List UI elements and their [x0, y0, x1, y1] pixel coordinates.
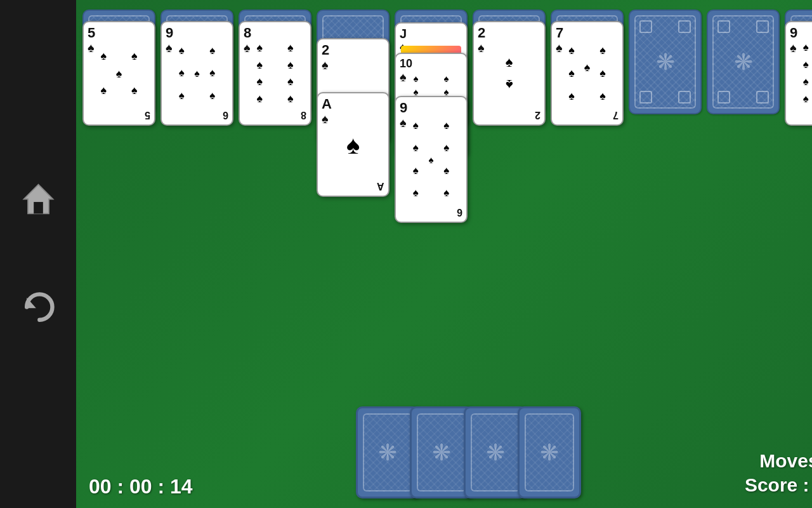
column-9[interactable]: ❋: [707, 10, 780, 127]
undo-icon: [21, 290, 56, 327]
score-label: Score :: [745, 474, 809, 495]
card-2-spades-col6[interactable]: 2 ♠ ♠ ♠ 2: [473, 21, 546, 126]
card-8-spades[interactable]: 8 ♠ ♠♠ ♠♠ ♠♠ ♠♠ 8: [239, 21, 311, 126]
game-area: ❋ 5 ♠ ♠♠ ♠♠ ♠ 5 ❋ 9 ♠: [76, 0, 812, 508]
card-9-spades-col2[interactable]: 9 ♠ ♠♠ ♠♠ ♠♠ ♠ 6: [160, 21, 233, 126]
timer-value: 00 : 00 : 14: [89, 475, 193, 498]
column-1[interactable]: ❋ 5 ♠ ♠♠ ♠♠ ♠ 5: [82, 10, 155, 149]
draw-card-4[interactable]: [518, 406, 581, 498]
card-back-col9: ❋: [707, 10, 780, 114]
column-4[interactable]: ❋ 2 ♠ ♠ A A ♠ ♠ A: [317, 10, 390, 175]
column-2[interactable]: ❋ 9 ♠ ♠♠ ♠♠ ♠♠ ♠ 6: [160, 10, 233, 149]
card-9-spades-col5[interactable]: 9 ♠ ♠♠ ♠♠ ♠♠ ♠♠ ♠ 6: [395, 96, 468, 223]
column-8[interactable]: ❋: [629, 10, 702, 127]
column-3[interactable]: ❋ 8 ♠ ♠♠ ♠♠ ♠♠ ♠♠ 8: [239, 10, 311, 149]
column-5[interactable]: ❋ J ♠ 👑 J 10 ♠ ♠♠ ♠♠ ♠♠ ♠♠ ♠♠: [395, 10, 468, 232]
draw-pile[interactable]: [356, 406, 581, 498]
card-5-spades[interactable]: 5 ♠ ♠♠ ♠♠ ♠ 5: [82, 21, 155, 126]
card-7-spades[interactable]: 7 ♠ ♠♠ ♠♠ ♠♠ ♠ 7: [551, 21, 624, 126]
column-6[interactable]: ❋ 2 ♠ ♠ ♠ 2: [473, 10, 546, 149]
bottom-area: 00 : 00 : 14 Moves : 3 Score : 497: [76, 425, 812, 508]
moves-label: Moves :: [759, 450, 812, 471]
card-back-col8: ❋: [629, 10, 702, 114]
columns-area: ❋ 5 ♠ ♠♠ ♠♠ ♠ 5 ❋ 9 ♠: [76, 0, 812, 425]
sidebar: [0, 0, 76, 508]
undo-button[interactable]: [16, 286, 60, 330]
score-row: Score : 497: [745, 474, 812, 496]
svg-rect-1: [34, 202, 43, 213]
column-10[interactable]: ❋ 9 ♠ ♠♠ ♠♠ ♠♠ ♠♠ ♠ 6: [785, 10, 812, 149]
home-button[interactable]: [16, 178, 60, 222]
score-display: Moves : 3 Score : 497: [745, 450, 812, 498]
home-icon: [21, 182, 56, 219]
column-7[interactable]: ❋ 7 ♠ ♠♠ ♠♠ ♠♠ ♠ 7: [551, 10, 624, 149]
timer-display: 00 : 00 : 14: [89, 475, 193, 498]
moves-row: Moves : 3: [745, 450, 812, 472]
card-9-spades-col10[interactable]: 9 ♠ ♠♠ ♠♠ ♠♠ ♠♠ ♠ 6: [785, 21, 812, 126]
card-ace-spades[interactable]: A ♠ ♠ A: [317, 92, 390, 197]
